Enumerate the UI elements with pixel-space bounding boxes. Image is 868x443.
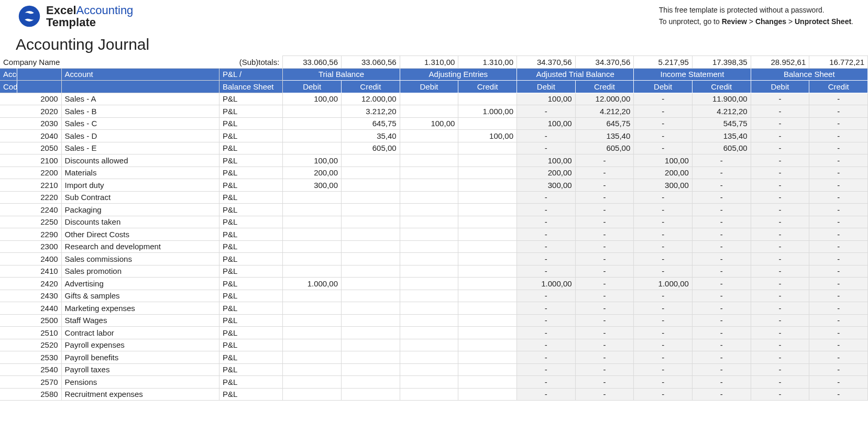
- cell-value[interactable]: [342, 351, 400, 364]
- cell-name[interactable]: Sales - C: [61, 117, 219, 130]
- cell-value[interactable]: -: [634, 204, 693, 216]
- cell-value[interactable]: -: [575, 339, 634, 351]
- cell-value[interactable]: [458, 240, 517, 253]
- cell-value[interactable]: 300,00: [634, 179, 693, 192]
- cell-value[interactable]: -: [634, 253, 693, 265]
- cell-code[interactable]: 2020: [0, 105, 61, 118]
- cell-value[interactable]: [283, 327, 342, 339]
- cell-value[interactable]: -: [809, 265, 868, 278]
- cell-value[interactable]: -: [634, 117, 693, 130]
- cell-type[interactable]: P&L: [219, 216, 282, 228]
- cell-value[interactable]: 200,00: [634, 167, 693, 179]
- cell-value[interactable]: -: [809, 351, 868, 364]
- cell-value[interactable]: -: [751, 167, 809, 179]
- cell-name[interactable]: Research and development: [61, 240, 219, 253]
- cell-value[interactable]: -: [575, 314, 634, 327]
- cell-value[interactable]: -: [517, 253, 575, 265]
- cell-name[interactable]: Materials: [61, 167, 219, 179]
- cell-value[interactable]: 605,00: [342, 142, 400, 154]
- cell-value[interactable]: [342, 278, 400, 290]
- cell-value[interactable]: 100,00: [283, 93, 342, 105]
- cell-name[interactable]: Pensions: [61, 376, 219, 389]
- cell-value[interactable]: 545,75: [692, 117, 751, 130]
- subtotal-cell[interactable]: 1.310,00: [400, 56, 458, 69]
- cell-value[interactable]: [458, 376, 517, 389]
- cell-value[interactable]: -: [692, 204, 751, 216]
- cell-code[interactable]: 2200: [0, 167, 61, 179]
- cell-value[interactable]: -: [517, 290, 575, 302]
- cell-value[interactable]: -: [809, 93, 868, 105]
- cell-value[interactable]: -: [575, 191, 634, 204]
- cell-value[interactable]: [458, 204, 517, 216]
- cell-value[interactable]: 1.000,00: [458, 105, 517, 118]
- cell-value[interactable]: 645,75: [575, 117, 634, 130]
- cell-type[interactable]: P&L: [219, 179, 282, 192]
- cell-value[interactable]: -: [751, 363, 809, 376]
- cell-value[interactable]: -: [751, 204, 809, 216]
- cell-value[interactable]: -: [634, 93, 693, 105]
- cell-value[interactable]: [283, 339, 342, 351]
- cell-value[interactable]: [283, 314, 342, 327]
- cell-value[interactable]: -: [517, 265, 575, 278]
- cell-value[interactable]: -: [751, 351, 809, 364]
- cell-value[interactable]: 35,40: [342, 130, 400, 142]
- cell-value[interactable]: [458, 142, 517, 154]
- cell-value[interactable]: -: [751, 191, 809, 204]
- cell-value[interactable]: [342, 376, 400, 389]
- cell-value[interactable]: 12.000,00: [342, 93, 400, 105]
- cell-value[interactable]: -: [751, 228, 809, 241]
- cell-value[interactable]: -: [809, 376, 868, 389]
- cell-value[interactable]: [342, 314, 400, 327]
- cell-value[interactable]: -: [692, 253, 751, 265]
- cell-value[interactable]: -: [809, 216, 868, 228]
- cell-value[interactable]: -: [751, 278, 809, 290]
- cell-value[interactable]: 100,00: [517, 154, 575, 167]
- cell-value[interactable]: [458, 216, 517, 228]
- cell-code[interactable]: 2410: [0, 265, 61, 278]
- cell-value[interactable]: [458, 191, 517, 204]
- cell-value[interactable]: -: [809, 363, 868, 376]
- cell-type[interactable]: P&L: [219, 265, 282, 278]
- cell-value[interactable]: -: [809, 314, 868, 327]
- cell-value[interactable]: [342, 290, 400, 302]
- cell-value[interactable]: -: [692, 290, 751, 302]
- cell-value[interactable]: [400, 154, 458, 167]
- cell-type[interactable]: P&L: [219, 314, 282, 327]
- cell-value[interactable]: -: [634, 339, 693, 351]
- cell-type[interactable]: P&L: [219, 204, 282, 216]
- cell-code[interactable]: 2100: [0, 154, 61, 167]
- cell-value[interactable]: -: [517, 142, 575, 154]
- cell-value[interactable]: -: [692, 154, 751, 167]
- cell-value[interactable]: [458, 154, 517, 167]
- cell-type[interactable]: P&L: [219, 363, 282, 376]
- cell-value[interactable]: 4.212,20: [692, 105, 751, 118]
- cell-value[interactable]: [342, 204, 400, 216]
- cell-value[interactable]: [400, 105, 458, 118]
- cell-value[interactable]: -: [809, 228, 868, 241]
- cell-value[interactable]: 100,00: [634, 154, 693, 167]
- subtotal-cell[interactable]: 34.370,56: [517, 56, 575, 69]
- cell-value[interactable]: -: [517, 351, 575, 364]
- cell-type[interactable]: P&L: [219, 278, 282, 290]
- cell-value[interactable]: -: [809, 204, 868, 216]
- cell-value[interactable]: -: [751, 179, 809, 192]
- cell-value[interactable]: 3.212,20: [342, 105, 400, 118]
- cell-value[interactable]: [458, 314, 517, 327]
- cell-value[interactable]: -: [751, 253, 809, 265]
- cell-value[interactable]: [400, 302, 458, 315]
- cell-value[interactable]: -: [634, 388, 693, 401]
- cell-value[interactable]: 1.000,00: [634, 278, 693, 290]
- cell-code[interactable]: 2520: [0, 339, 61, 351]
- cell-code[interactable]: 2290: [0, 228, 61, 241]
- cell-type[interactable]: P&L: [219, 376, 282, 389]
- cell-code[interactable]: 2040: [0, 130, 61, 142]
- cell-code[interactable]: 2430: [0, 290, 61, 302]
- cell-value[interactable]: -: [809, 117, 868, 130]
- cell-code[interactable]: 2220: [0, 191, 61, 204]
- cell-value[interactable]: -: [809, 240, 868, 253]
- cell-value[interactable]: 1.000,00: [283, 278, 342, 290]
- cell-value[interactable]: [283, 105, 342, 118]
- cell-value[interactable]: -: [809, 154, 868, 167]
- cell-value[interactable]: [283, 388, 342, 401]
- cell-code[interactable]: 2580: [0, 388, 61, 401]
